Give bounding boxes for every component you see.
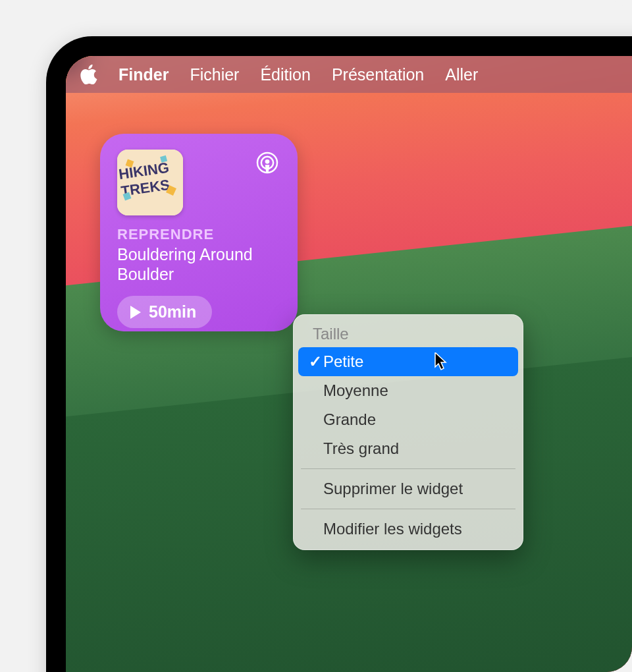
size-option-xlarge[interactable]: Très grand [298,434,518,463]
device-bezel: Finder Fichier Édition Présentation Alle… [46,36,632,672]
apple-logo-icon[interactable] [80,65,97,84]
menu-go[interactable]: Aller [445,65,478,84]
widget-context-menu: Taille ✓ Petite Moyenne Grande Très gran… [293,314,523,550]
remove-widget[interactable]: Supprimer le widget [298,474,518,503]
play-icon [130,306,141,319]
size-option-label: Très grand [323,439,399,458]
size-option-label: Petite [323,352,363,371]
podcast-widget[interactable]: HIKING TREKS [100,134,298,331]
size-option-label: Grande [323,410,376,429]
podcast-artwork: HIKING TREKS [117,150,183,215]
menu-separator [301,509,515,509]
context-menu-section-title: Taille [293,321,523,347]
desktop-screen: Finder Fichier Édition Présentation Alle… [66,56,632,672]
edit-widgets-label: Modifier les widgets [323,520,462,538]
play-button[interactable]: 50min [117,296,212,328]
remove-widget-label: Supprimer le widget [323,480,463,498]
menu-edit[interactable]: Édition [260,65,310,84]
checkmark-icon: ✓ [307,352,323,371]
menu-view[interactable]: Présentation [332,65,424,84]
menu-file[interactable]: Fichier [190,65,239,84]
edit-widgets[interactable]: Modifier les widgets [298,515,518,544]
size-option-medium[interactable]: Moyenne [298,376,518,405]
size-option-label: Moyenne [323,381,388,400]
widget-resume-label: REPRENDRE [117,226,280,243]
menubar-app-name[interactable]: Finder [118,65,169,84]
menubar: Finder Fichier Édition Présentation Alle… [66,56,632,93]
svg-point-9 [265,159,270,164]
play-duration: 50min [149,302,196,322]
podcasts-icon [254,150,280,179]
page-root: Finder Fichier Édition Présentation Alle… [0,0,632,672]
size-option-small[interactable]: ✓ Petite [298,347,518,376]
widget-episode-title: Bouldering Around Boulder [117,244,280,284]
menu-separator [301,468,515,469]
size-option-large[interactable]: Grande [298,405,518,434]
